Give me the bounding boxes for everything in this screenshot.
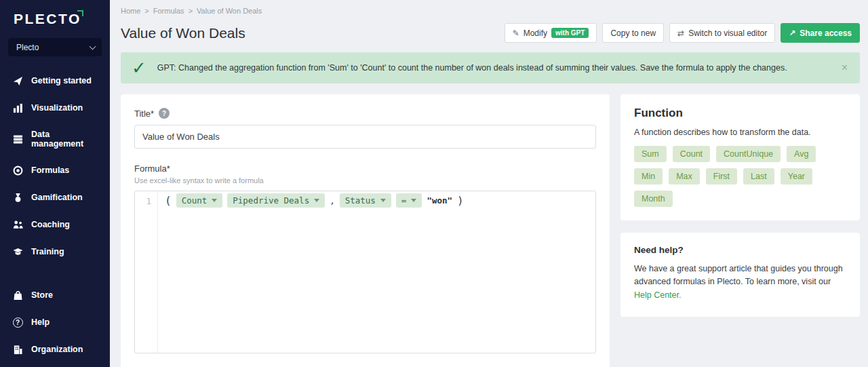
close-icon[interactable]: × [840,62,849,74]
function-pill-max[interactable]: Max [669,168,700,185]
function-pill-year[interactable]: Year [781,168,812,185]
function-panel-description: A function describes how to transform th… [634,128,846,137]
banner-message: GPT: Changed the aggregation function fr… [157,63,787,73]
sidebar-item-data-management[interactable]: Data management [0,121,110,157]
chevron-down-icon [380,199,386,202]
function-token-label: Count [182,195,208,206]
content-row: Title* ? Formula* Use excel-like syntax … [121,94,860,367]
function-pills: Sum Count CountUnique Avg Min Max First … [634,146,846,207]
modify-label: Modify [524,28,547,38]
sidebar-item-getting-started[interactable]: Getting started [0,67,110,94]
title-field-label: Title* [134,109,154,119]
chevron-down-icon [212,199,217,202]
sidebar-item-label: Organization [31,345,83,354]
sidebar-item-label: Help [31,317,50,327]
need-help-title: Need help? [634,245,846,255]
formula-form-card: Title* ? Formula* Use excel-like syntax … [121,94,610,367]
formula-editor[interactable]: 1 ( Count Pipedrive Deals , Status [134,191,596,353]
data-source-token-dropdown[interactable]: Pipedrive Deals [227,193,325,208]
formula-field-label: Formula* [134,163,596,174]
switch-to-visual-editor-button[interactable]: ⇄ Switch to visual editor [669,23,775,43]
right-column: Function A function describes how to tra… [620,94,860,317]
title-help-icon[interactable]: ? [159,108,170,119]
function-pill-avg[interactable]: Avg [787,146,816,162]
function-panel: Function A function describes how to tra… [620,94,860,220]
chevron-down-icon [90,43,96,50]
sidebar-item-label: Training [31,247,64,256]
operator-token-dropdown[interactable]: = [396,193,422,208]
help-center-link[interactable]: Help Center. [634,290,681,300]
modify-with-gpt-button[interactable]: ✎ Modify with GPT [505,23,597,43]
share-access-button[interactable]: ↗ Share access [781,23,860,43]
sidebar-item-visualization[interactable]: Visualization [0,94,110,121]
copy-to-new-label: Copy to new [610,28,656,38]
people-icon [12,219,23,230]
sidebar-nav: Getting started Visualization Data manag… [0,67,110,265]
sidebar-item-label: Coaching [31,220,70,229]
editor-gutter: 1 [135,191,158,353]
check-icon: ✓ [132,59,146,77]
question-circle-icon: ? [12,317,23,328]
sidebar-item-organization[interactable]: Organization [0,336,110,363]
sidebar-item-help[interactable]: ? Help [0,309,110,336]
bar-chart-icon [12,102,23,113]
function-token-dropdown[interactable]: Count [176,193,223,208]
function-panel-title: Function [634,107,846,120]
function-pill-sum[interactable]: Sum [634,146,667,162]
database-icon [12,134,23,144]
field-token-label: Status [345,195,376,206]
header-actions: ✎ Modify with GPT Copy to new ⇄ Switch t… [505,23,860,43]
copy-to-new-button[interactable]: Copy to new [602,23,664,43]
need-help-body: We have a great support article that gui… [634,264,843,286]
shopping-bag-icon [12,290,23,301]
chevron-down-icon [314,199,319,202]
sidebar-item-label: Getting started [31,76,92,85]
data-source-token-label: Pipedrive Deals [233,195,309,206]
function-pill-first[interactable]: First [706,168,737,185]
building-icon [12,344,23,355]
breadcrumb: Home > Formulas > Value of Won Deals [121,7,860,15]
sidebar-item-formulas[interactable]: Formulas [0,157,110,184]
page-title: Value of Won Deals [121,25,245,41]
graduation-cap-icon [12,246,23,257]
sidebar-item-label: Data management [31,130,98,149]
breadcrumb-current: Value of Won Deals [197,7,262,15]
switch-label: Switch to visual editor [688,28,767,38]
main-area: Home > Formulas > Value of Won Deals Val… [110,0,868,367]
formula-hint: Use excel-like syntax to write a formula [134,176,596,185]
page-header: Value of Won Deals ✎ Modify with GPT Cop… [121,23,860,43]
string-literal: "won" [427,195,452,206]
function-pill-last[interactable]: Last [743,168,774,185]
open-paren: ( [165,194,172,207]
swap-icon: ⇄ [677,28,684,38]
plecto-logo: PLECTO [0,0,110,35]
function-pill-count[interactable]: Count [673,146,710,162]
need-help-panel: Need help? We have a great support artic… [620,233,860,317]
sidebar-item-label: Formulas [31,166,69,175]
share-arrow-icon: ↗ [789,28,795,38]
function-pill-month[interactable]: Month [634,191,673,207]
comma-separator: , [330,195,335,206]
sidebar-item-gamification[interactable]: Gamification [0,184,110,211]
sidebar-item-store[interactable]: Store [0,282,110,309]
operator-token-label: = [401,195,407,206]
share-access-label: Share access [800,28,852,38]
title-input[interactable] [134,125,596,149]
sidebar-bottom-nav: Store ? Help Organization [0,282,110,367]
logo-accent-o: O [68,11,81,26]
sidebar-item-training[interactable]: Training [0,238,110,265]
function-pill-countunique[interactable]: CountUnique [716,146,781,162]
field-token-dropdown[interactable]: Status [340,193,391,208]
breadcrumb-formulas[interactable]: Formulas [153,7,184,15]
organization-selector[interactable]: Plecto [8,38,102,56]
close-paren: ) [457,194,464,207]
sidebar-item-coaching[interactable]: Coaching [0,211,110,238]
sidebar-item-label: Gamification [31,193,83,202]
breadcrumb-home[interactable]: Home [121,7,140,15]
breadcrumb-separator: > [189,7,193,15]
organization-selector-label: Plecto [16,43,39,52]
function-pill-min[interactable]: Min [634,168,663,185]
formula-line: ( Count Pipedrive Deals , Status [158,191,471,209]
sidebar-item-label: Visualization [31,103,83,113]
chevron-down-icon [411,199,416,202]
